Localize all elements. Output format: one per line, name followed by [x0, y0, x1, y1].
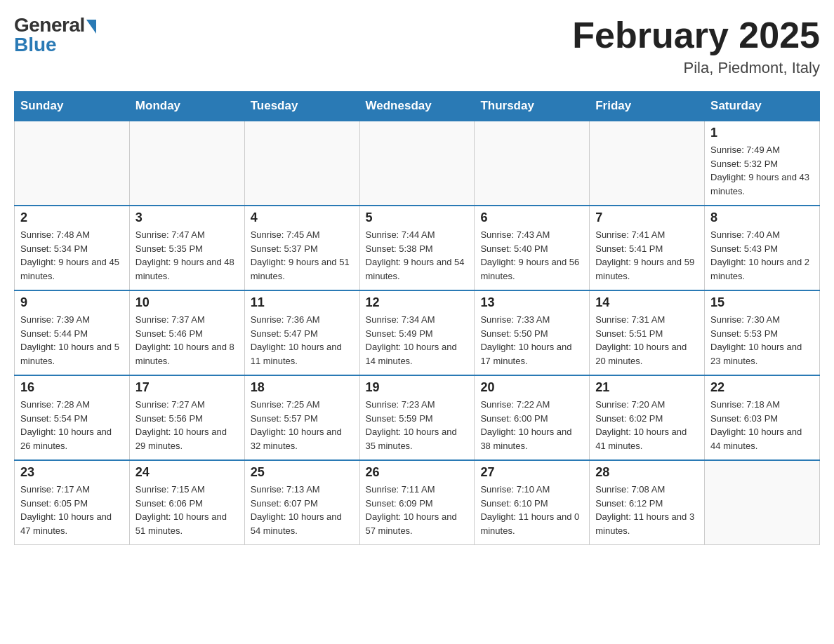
- day-info: Sunrise: 7:22 AM Sunset: 6:00 PM Dayligh…: [480, 398, 583, 452]
- table-row: 18Sunrise: 7:25 AM Sunset: 5:57 PM Dayli…: [244, 375, 359, 460]
- calendar-week-row: 9Sunrise: 7:39 AM Sunset: 5:44 PM Daylig…: [15, 290, 820, 375]
- day-info: Sunrise: 7:13 AM Sunset: 6:07 PM Dayligh…: [251, 483, 354, 537]
- day-number: 11: [251, 295, 354, 310]
- day-number: 23: [20, 465, 124, 480]
- calendar-week-row: 23Sunrise: 7:17 AM Sunset: 6:05 PM Dayli…: [15, 460, 820, 545]
- table-row: [129, 121, 244, 206]
- day-info: Sunrise: 7:36 AM Sunset: 5:47 PM Dayligh…: [251, 313, 354, 368]
- day-info: Sunrise: 7:37 AM Sunset: 5:46 PM Dayligh…: [135, 313, 239, 368]
- day-info: Sunrise: 7:30 AM Sunset: 5:53 PM Dayligh…: [710, 313, 814, 368]
- day-number: 28: [595, 465, 699, 480]
- col-sunday: Sunday: [15, 92, 130, 121]
- day-number: 27: [480, 465, 583, 480]
- calendar-week-row: 1Sunrise: 7:49 AM Sunset: 5:32 PM Daylig…: [15, 121, 820, 206]
- day-info: Sunrise: 7:23 AM Sunset: 5:59 PM Dayligh…: [366, 398, 469, 452]
- day-info: Sunrise: 7:10 AM Sunset: 6:10 PM Dayligh…: [480, 483, 583, 537]
- table-row: [590, 121, 705, 206]
- table-row: 9Sunrise: 7:39 AM Sunset: 5:44 PM Daylig…: [15, 290, 130, 375]
- location-subtitle: Pila, Piedmont, Italy: [572, 59, 820, 77]
- day-info: Sunrise: 7:45 AM Sunset: 5:37 PM Dayligh…: [251, 228, 354, 283]
- day-info: Sunrise: 7:27 AM Sunset: 5:56 PM Dayligh…: [135, 398, 239, 452]
- table-row: 20Sunrise: 7:22 AM Sunset: 6:00 PM Dayli…: [475, 375, 590, 460]
- day-number: 21: [595, 380, 699, 395]
- day-number: 14: [595, 295, 699, 310]
- day-info: Sunrise: 7:47 AM Sunset: 5:35 PM Dayligh…: [135, 228, 239, 283]
- day-number: 24: [135, 465, 239, 480]
- month-title: February 2025: [572, 14, 820, 56]
- table-row: 6Sunrise: 7:43 AM Sunset: 5:40 PM Daylig…: [475, 206, 590, 290]
- day-number: 17: [135, 380, 239, 395]
- logo-blue-text: Blue: [14, 34, 57, 56]
- calendar-table: Sunday Monday Tuesday Wednesday Thursday…: [14, 91, 820, 545]
- day-number: 8: [710, 210, 814, 225]
- day-number: 9: [20, 295, 124, 310]
- table-row: 19Sunrise: 7:23 AM Sunset: 5:59 PM Dayli…: [359, 375, 475, 460]
- day-number: 7: [595, 210, 699, 225]
- table-row: 17Sunrise: 7:27 AM Sunset: 5:56 PM Dayli…: [129, 375, 244, 460]
- day-number: 5: [366, 210, 469, 225]
- calendar-week-row: 16Sunrise: 7:28 AM Sunset: 5:54 PM Dayli…: [15, 375, 820, 460]
- table-row: 26Sunrise: 7:11 AM Sunset: 6:09 PM Dayli…: [359, 460, 475, 545]
- day-number: 10: [135, 295, 239, 310]
- day-number: 18: [251, 380, 354, 395]
- day-number: 12: [366, 295, 469, 310]
- table-row: 15Sunrise: 7:30 AM Sunset: 5:53 PM Dayli…: [705, 290, 820, 375]
- day-info: Sunrise: 7:49 AM Sunset: 5:32 PM Dayligh…: [710, 143, 814, 198]
- logo-triangle-icon: [86, 20, 96, 34]
- day-info: Sunrise: 7:11 AM Sunset: 6:09 PM Dayligh…: [366, 483, 469, 537]
- table-row: [705, 460, 820, 545]
- table-row: 25Sunrise: 7:13 AM Sunset: 6:07 PM Dayli…: [244, 460, 359, 545]
- day-info: Sunrise: 7:18 AM Sunset: 6:03 PM Dayligh…: [710, 398, 814, 452]
- table-row: 24Sunrise: 7:15 AM Sunset: 6:06 PM Dayli…: [129, 460, 244, 545]
- day-number: 2: [20, 210, 124, 225]
- table-row: [244, 121, 359, 206]
- day-info: Sunrise: 7:44 AM Sunset: 5:38 PM Dayligh…: [366, 228, 469, 283]
- table-row: [359, 121, 475, 206]
- table-row: 14Sunrise: 7:31 AM Sunset: 5:51 PM Dayli…: [590, 290, 705, 375]
- col-friday: Friday: [590, 92, 705, 121]
- calendar-header-row: Sunday Monday Tuesday Wednesday Thursday…: [15, 92, 820, 121]
- table-row: 16Sunrise: 7:28 AM Sunset: 5:54 PM Dayli…: [15, 375, 130, 460]
- table-row: 8Sunrise: 7:40 AM Sunset: 5:43 PM Daylig…: [705, 206, 820, 290]
- day-info: Sunrise: 7:15 AM Sunset: 6:06 PM Dayligh…: [135, 483, 239, 537]
- day-number: 4: [251, 210, 354, 225]
- table-row: 3Sunrise: 7:47 AM Sunset: 5:35 PM Daylig…: [129, 206, 244, 290]
- table-row: 11Sunrise: 7:36 AM Sunset: 5:47 PM Dayli…: [244, 290, 359, 375]
- day-info: Sunrise: 7:39 AM Sunset: 5:44 PM Dayligh…: [20, 313, 124, 368]
- table-row: 2Sunrise: 7:48 AM Sunset: 5:34 PM Daylig…: [15, 206, 130, 290]
- table-row: 1Sunrise: 7:49 AM Sunset: 5:32 PM Daylig…: [705, 121, 820, 206]
- col-saturday: Saturday: [705, 92, 820, 121]
- table-row: 4Sunrise: 7:45 AM Sunset: 5:37 PM Daylig…: [244, 206, 359, 290]
- day-info: Sunrise: 7:41 AM Sunset: 5:41 PM Dayligh…: [595, 228, 699, 283]
- day-info: Sunrise: 7:28 AM Sunset: 5:54 PM Dayligh…: [20, 398, 124, 452]
- day-info: Sunrise: 7:33 AM Sunset: 5:50 PM Dayligh…: [480, 313, 583, 368]
- col-thursday: Thursday: [475, 92, 590, 121]
- table-row: 5Sunrise: 7:44 AM Sunset: 5:38 PM Daylig…: [359, 206, 475, 290]
- logo: General Blue: [14, 14, 96, 56]
- table-row: [475, 121, 590, 206]
- day-number: 22: [710, 380, 814, 395]
- day-number: 16: [20, 380, 124, 395]
- day-info: Sunrise: 7:20 AM Sunset: 6:02 PM Dayligh…: [595, 398, 699, 452]
- day-number: 3: [135, 210, 239, 225]
- table-row: 13Sunrise: 7:33 AM Sunset: 5:50 PM Dayli…: [475, 290, 590, 375]
- table-row: 21Sunrise: 7:20 AM Sunset: 6:02 PM Dayli…: [590, 375, 705, 460]
- title-section: February 2025 Pila, Piedmont, Italy: [572, 14, 820, 77]
- table-row: 10Sunrise: 7:37 AM Sunset: 5:46 PM Dayli…: [129, 290, 244, 375]
- day-number: 15: [710, 295, 814, 310]
- day-number: 13: [480, 295, 583, 310]
- day-number: 26: [366, 465, 469, 480]
- col-monday: Monday: [129, 92, 244, 121]
- page-header: General Blue February 2025 Pila, Piedmon…: [14, 14, 820, 77]
- day-info: Sunrise: 7:08 AM Sunset: 6:12 PM Dayligh…: [595, 483, 699, 537]
- day-number: 20: [480, 380, 583, 395]
- table-row: 28Sunrise: 7:08 AM Sunset: 6:12 PM Dayli…: [590, 460, 705, 545]
- table-row: [15, 121, 130, 206]
- calendar-week-row: 2Sunrise: 7:48 AM Sunset: 5:34 PM Daylig…: [15, 206, 820, 290]
- day-number: 1: [710, 126, 814, 140]
- day-info: Sunrise: 7:25 AM Sunset: 5:57 PM Dayligh…: [251, 398, 354, 452]
- day-info: Sunrise: 7:40 AM Sunset: 5:43 PM Dayligh…: [710, 228, 814, 283]
- table-row: 27Sunrise: 7:10 AM Sunset: 6:10 PM Dayli…: [475, 460, 590, 545]
- table-row: 22Sunrise: 7:18 AM Sunset: 6:03 PM Dayli…: [705, 375, 820, 460]
- day-number: 19: [366, 380, 469, 395]
